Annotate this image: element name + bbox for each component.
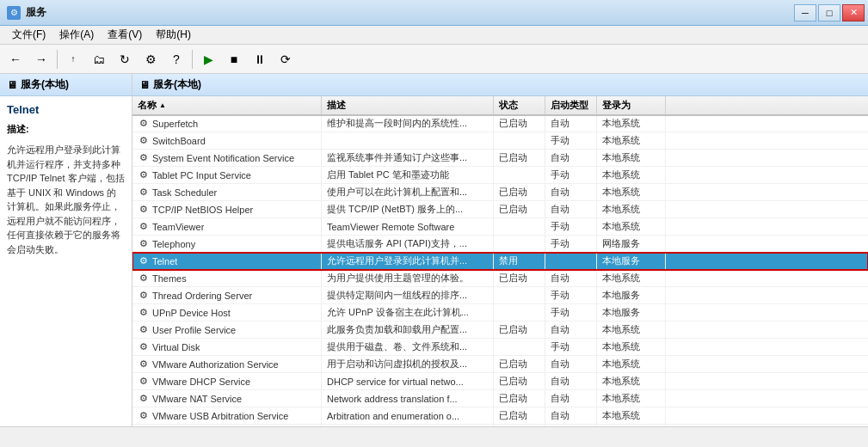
table-row[interactable]: ⚙Telephony提供电话服务 API (TAPI)支持，...手动网络服务 xyxy=(132,236,868,253)
service-login-cell: 本地系统 xyxy=(597,407,666,424)
service-start-cell: 自动 xyxy=(545,425,597,426)
table-row[interactable]: ⚙User Profile Service此服务负责加载和卸载用户配置...已启… xyxy=(132,321,868,339)
service-status-cell xyxy=(494,287,545,303)
service-status-cell: 已启动 xyxy=(494,184,545,200)
service-icon: ⚙ xyxy=(138,410,150,422)
service-login-cell: 本地系统 xyxy=(597,356,666,372)
left-panel-header-text: 服务(本地) xyxy=(21,77,69,92)
col-start-label: 启动类型 xyxy=(551,99,588,112)
play-button[interactable]: ▶ xyxy=(196,48,220,70)
menu-file[interactable]: 文件(F) xyxy=(5,26,52,44)
status-bar xyxy=(0,426,868,447)
service-login-cell: 本地系统 xyxy=(597,321,666,338)
table-row[interactable]: ⚙Telnet允许远程用户登录到此计算机并...禁用本地服务 xyxy=(132,253,868,270)
settings-button[interactable]: ⚙ xyxy=(139,48,163,70)
col-login[interactable]: 登录为 xyxy=(597,96,666,114)
service-status-cell xyxy=(494,218,545,235)
table-row[interactable]: ⚙VMware Workstation Server用户权限控制服务和管理远程访… xyxy=(132,425,868,426)
service-name: VMware USB Arbitration Service xyxy=(152,411,288,421)
table-row[interactable]: ⚙Themes为用户提供使用主题管理的体验。已启动自动本地系统 xyxy=(132,270,868,287)
left-panel-header: 🖥 服务(本地) xyxy=(0,74,132,96)
service-name: User Profile Service xyxy=(152,325,236,335)
table-row[interactable]: ⚙VMware DHCP ServiceDHCP service for vir… xyxy=(132,373,868,390)
service-name: Tablet PC Input Service xyxy=(152,170,251,181)
minimize-button[interactable]: ─ xyxy=(794,4,816,21)
col-start[interactable]: 启动类型 xyxy=(545,96,597,114)
col-status[interactable]: 状态 xyxy=(494,96,545,114)
service-start-cell: 自动 xyxy=(545,201,597,217)
table-row[interactable]: ⚙Virtual Disk提供用于磁盘、卷、文件系统和...手动本地系统 xyxy=(132,339,868,356)
service-icon: ⚙ xyxy=(138,341,150,353)
service-status-cell: 已启动 xyxy=(494,407,545,424)
table-row[interactable]: ⚙VMware Authorization Service用于启动和访问虚拟机的… xyxy=(132,356,868,373)
service-status-cell xyxy=(494,167,545,183)
back-button[interactable]: ← xyxy=(3,48,28,70)
table-row[interactable]: ⚙UPnP Device Host允许 UPnP 设备宿主在此计算机...手动本… xyxy=(132,304,868,321)
service-desc-cell: 允许远程用户登录到此计算机并... xyxy=(322,253,494,269)
service-name-cell: ⚙Tablet PC Input Service xyxy=(132,167,322,183)
service-status-cell: 已启动 xyxy=(494,270,545,286)
close-button[interactable]: ✕ xyxy=(842,4,865,21)
service-status-cell: 已启动 xyxy=(494,115,545,132)
service-name-cell: ⚙UPnP Device Host xyxy=(132,304,322,321)
service-icon: ⚙ xyxy=(138,376,150,388)
service-login-cell: 本地系统 xyxy=(597,218,666,235)
service-login-cell: 本地系统 xyxy=(597,201,666,217)
table-row[interactable]: ⚙VMware NAT ServiceNetwork address trans… xyxy=(132,390,868,407)
service-icon: ⚙ xyxy=(138,290,150,302)
service-desc-cell: TeamViewer Remote Software xyxy=(322,218,494,235)
table-row[interactable]: ⚙Task Scheduler使用户可以在此计算机上配置和...已启动自动本地系… xyxy=(132,184,868,201)
service-desc-cell: 提供 TCP/IP (NetBT) 服务上的... xyxy=(322,201,494,217)
service-icon: ⚙ xyxy=(138,324,150,336)
description-label: 描述: xyxy=(7,124,29,134)
separator-1 xyxy=(57,50,58,69)
table-row[interactable]: ⚙SwitchBoard手动本地系统 xyxy=(132,132,868,150)
service-name-cell: ⚙Task Scheduler xyxy=(132,184,322,200)
service-icon: ⚙ xyxy=(138,204,150,216)
service-desc-cell: 此服务负责加载和卸载用户配置... xyxy=(322,321,494,338)
service-login-cell: 本地服务 xyxy=(597,287,666,303)
service-start-cell: 自动 xyxy=(545,407,597,424)
table-row[interactable]: ⚙TeamViewerTeamViewer Remote Software手动本… xyxy=(132,218,868,236)
maximize-button[interactable]: □ xyxy=(818,4,840,21)
menu-help[interactable]: 帮助(H) xyxy=(149,26,198,44)
help-button[interactable]: ? xyxy=(164,48,188,70)
table-row[interactable]: ⚙Tablet PC Input Service启用 Tablet PC 笔和墨… xyxy=(132,167,868,184)
table-row[interactable]: ⚙VMware USB Arbitration ServiceArbitrati… xyxy=(132,407,868,425)
col-name[interactable]: 名称 ▲ xyxy=(132,96,322,114)
stop-button[interactable]: ■ xyxy=(222,48,246,70)
col-desc[interactable]: 描述 xyxy=(322,96,494,114)
table-row[interactable]: ⚙System Event Notification Service监视系统事件… xyxy=(132,150,868,167)
services-table[interactable]: 名称 ▲ 描述 状态 启动类型 登录为 ⚙Superfetch维护和提高一段时间… xyxy=(132,96,868,426)
service-name-cell: ⚙TeamViewer xyxy=(132,218,322,235)
service-name-cell: ⚙Themes xyxy=(132,270,322,286)
service-desc-cell: 维护和提高一段时间内的系统性... xyxy=(322,115,494,132)
menu-view[interactable]: 查看(V) xyxy=(101,26,149,44)
service-name-cell: ⚙Superfetch xyxy=(132,115,322,132)
right-panel: 🖥 服务(本地) 名称 ▲ 描述 状态 启动类型 xyxy=(132,74,868,426)
service-desc-cell: 启用 Tablet PC 笔和墨迹功能 xyxy=(322,167,494,183)
service-start-cell: 手动 xyxy=(545,304,597,321)
up-button[interactable]: ↑ xyxy=(61,48,85,70)
pause-button[interactable]: ⏸ xyxy=(248,48,272,70)
service-icon: ⚙ xyxy=(138,221,150,233)
service-status-cell xyxy=(494,339,545,355)
title-bar: ⚙ 服务 ─ □ ✕ xyxy=(0,0,868,26)
service-start-cell: 手动 xyxy=(545,218,597,235)
table-row[interactable]: ⚙TCP/IP NetBIOS Helper提供 TCP/IP (NetBT) … xyxy=(132,201,868,218)
left-panel: 🖥 服务(本地) Telnet 描述: 允许远程用户登录到此计算机并运行程序，并… xyxy=(0,74,132,426)
table-row[interactable]: ⚙Superfetch维护和提高一段时间内的系统性...已启动自动本地系统 xyxy=(132,115,868,132)
service-login-cell: 本地服务 xyxy=(597,253,666,269)
service-desc-cell: 用户权限控制服务和管理远程访问... xyxy=(322,425,494,426)
window-controls: ─ □ ✕ xyxy=(794,4,865,21)
service-start-cell: 自动 xyxy=(545,184,597,200)
separator-2 xyxy=(192,50,193,69)
refresh-button[interactable]: ↻ xyxy=(113,48,137,70)
menu-action[interactable]: 操作(A) xyxy=(52,26,101,44)
folder-button[interactable]: 🗂 xyxy=(87,48,111,70)
restart-button[interactable]: ⟳ xyxy=(274,48,298,70)
forward-button[interactable]: → xyxy=(29,48,53,70)
service-name: VMware DHCP Service xyxy=(152,377,250,387)
table-row[interactable]: ⚙Thread Ordering Server提供特定期间内一组线程的排序...… xyxy=(132,287,868,304)
service-icon: ⚙ xyxy=(138,187,150,199)
